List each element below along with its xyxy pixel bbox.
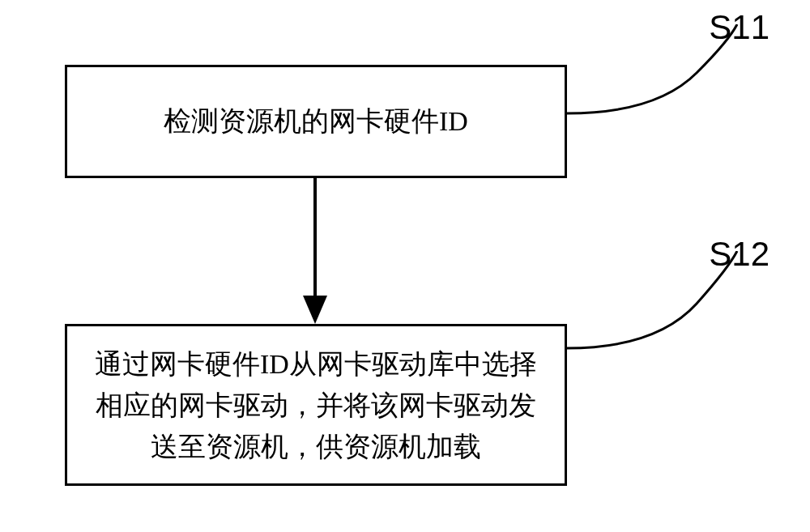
step-2-label: S12 xyxy=(709,235,770,274)
step-1-text: 检测资源机的网卡硬件ID xyxy=(164,103,468,140)
arrow-down xyxy=(300,178,332,324)
step-box-2: 通过网卡硬件ID从网卡驱动库中选择相应的网卡驱动，并将该网卡驱动发送至资源机，供… xyxy=(65,324,567,486)
arrow-head-icon xyxy=(303,296,327,324)
step-box-1: 检测资源机的网卡硬件ID xyxy=(65,65,567,178)
arrow-line xyxy=(313,178,317,300)
step-1-label: S11 xyxy=(709,8,770,47)
step-2-text: 通过网卡硬件ID从网卡驱动库中选择相应的网卡驱动，并将该网卡驱动发送至资源机，供… xyxy=(83,343,548,467)
flowchart-container: 检测资源机的网卡硬件ID S11 通过网卡硬件ID从网卡驱动库中选择相应的网卡驱… xyxy=(0,0,810,532)
